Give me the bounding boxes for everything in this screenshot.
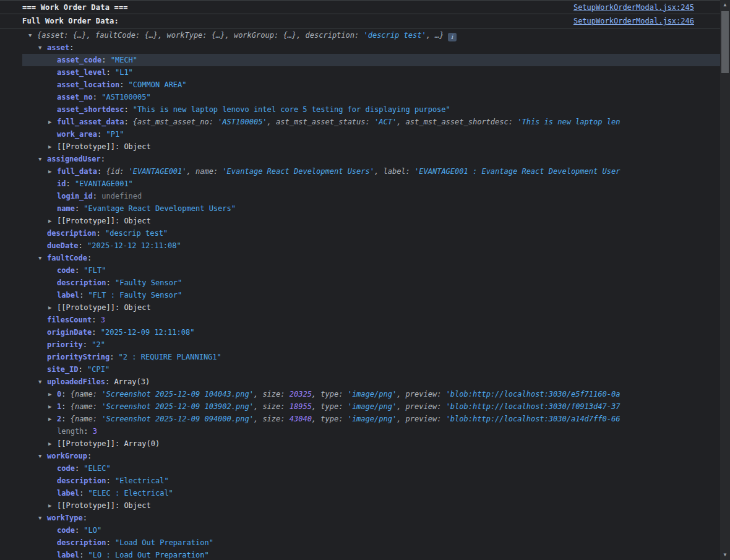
tree-row[interactable]: ▼assignedUser:	[22, 153, 720, 165]
property-key: code	[57, 464, 75, 473]
object-preview: ,	[187, 167, 195, 176]
collapse-arrow-icon[interactable]: ▼	[28, 29, 37, 41]
tree-row[interactable]: asset_no: "AST100005"	[22, 91, 720, 103]
tree-row[interactable]: description: "Electrical"	[22, 475, 720, 487]
prototype-label: [[Prototype]]	[57, 217, 115, 225]
tree-row[interactable]: code: "FLT"	[22, 264, 720, 277]
string-value: "This is new laptop lenovo intel core 5 …	[133, 105, 450, 114]
tree-row[interactable]: asset_location: "COMMON AREA"	[22, 79, 720, 91]
source-link[interactable]: SetupWorkOrderModal.jsx:245	[573, 1, 694, 14]
tree-row[interactable]: name: "Evantage React Development Users"	[22, 202, 720, 215]
prototype-label: [[Prototype]]	[57, 501, 115, 510]
info-icon[interactable]: i	[448, 33, 457, 41]
prototype-label: Object	[124, 142, 150, 151]
expand-arrow-icon[interactable]: ▶	[48, 400, 57, 413]
tree-row[interactable]: label: "LO : Load Out Preparation"	[22, 549, 720, 560]
source-link[interactable]: SetupWorkOrderModal.jsx:246	[573, 14, 694, 28]
tree-row[interactable]: description: "Load Out Preparation"	[22, 536, 720, 549]
string-value: "Electrical"	[115, 476, 169, 485]
expand-arrow-icon[interactable]: ▶	[48, 215, 57, 227]
object-preview-string: 'image/png'	[348, 415, 397, 423]
object-preview: ,	[267, 118, 276, 126]
property-key: asset	[47, 43, 69, 52]
property-key: label	[57, 291, 79, 299]
punctuation: :	[115, 303, 124, 312]
tree-row[interactable]: ▼{asset: {…}, faultCode: {…}, workType: …	[22, 29, 720, 41]
tree-row[interactable]: code: "LO"	[22, 524, 720, 536]
collapse-arrow-icon[interactable]: ▼	[38, 153, 47, 165]
tree-row[interactable]: priority: "2"	[22, 338, 720, 351]
string-value: "2025-12-09 12:11:08"	[101, 328, 195, 337]
property-key: workType	[47, 514, 83, 522]
object-preview: {	[133, 118, 137, 126]
tree-row[interactable]: description: "Faulty Sensor"	[22, 277, 720, 289]
tree-row[interactable]: ▶[[Prototype]]: Object	[22, 140, 720, 153]
expand-arrow-icon[interactable]: ▶	[48, 499, 57, 512]
string-value: "ELEC"	[84, 464, 110, 473]
punctuation: :	[92, 328, 100, 337]
punctuation: :	[110, 353, 118, 361]
punctuation: :	[75, 464, 84, 473]
tree-row[interactable]: originDate: "2025-12-09 12:11:08"	[22, 326, 720, 338]
tree-row[interactable]: length: 3	[22, 425, 720, 437]
tree-row[interactable]: asset_shortdesc: "This is new laptop len…	[22, 103, 720, 116]
object-preview: :	[406, 167, 414, 176]
tree-row[interactable]: work_area: "P1"	[22, 128, 720, 140]
scrollbar-thumb[interactable]	[721, 11, 729, 73]
object-preview: :	[338, 402, 347, 411]
collapse-arrow-icon[interactable]: ▼	[38, 41, 47, 54]
tree-row[interactable]: ▶0: {name: 'Screenshot 2025-12-09 104043…	[22, 388, 720, 400]
tree-row[interactable]: code: "ELEC"	[22, 462, 720, 475]
tree-row[interactable]: ▶[[Prototype]]: Object	[22, 499, 720, 512]
punctuation: :	[106, 476, 114, 485]
object-preview: :	[437, 390, 445, 398]
tree-row[interactable]: ▼workType:	[22, 512, 720, 524]
tree-row[interactable]: ▶[[Prototype]]: Object	[22, 215, 720, 227]
console-scrollbar[interactable]: ▲ ▼	[720, 0, 730, 560]
expand-arrow-icon[interactable]: ▶	[48, 301, 57, 314]
expand-arrow-icon[interactable]: ▶	[48, 413, 57, 425]
tree-row[interactable]: asset_level: "L1"	[22, 66, 720, 79]
tree-row[interactable]: ▶2: {name: 'Screenshot 2025-12-09 094000…	[22, 413, 720, 425]
tree-row[interactable]: site_ID: "CPI"	[22, 363, 720, 376]
punctuation: :	[61, 390, 70, 398]
tree-row[interactable]: dueDate: "2025-12-12 12:11:08"	[22, 239, 720, 252]
expand-arrow-icon[interactable]: ▶	[48, 437, 57, 450]
scrollbar-down-icon[interactable]: ▼	[720, 550, 730, 560]
tree-row[interactable]: ▼faultCode:	[22, 252, 720, 264]
collapse-arrow-icon[interactable]: ▼	[38, 376, 47, 388]
tree-row[interactable]: ▶full_data: {id: 'EVANTAGE001', name: 'E…	[22, 165, 720, 178]
scrollbar-up-icon[interactable]: ▲	[720, 0, 730, 10]
tree-row[interactable]: ▶[[Prototype]]: Object	[22, 301, 720, 314]
property-key: asset_location	[57, 80, 119, 89]
collapse-arrow-icon[interactable]: ▼	[38, 252, 47, 264]
tree-row[interactable]: id: "EVANTAGE001"	[22, 178, 720, 190]
tree-row[interactable]: ▼asset:	[22, 41, 720, 54]
tree-row[interactable]: filesCount: 3	[22, 314, 720, 326]
object-preview-string: 'blob:http://localhost:3030/e5f71160-0a	[446, 390, 620, 398]
tree-row[interactable]: ▶full_asset_data: {ast_mst_asset_no: 'AS…	[22, 116, 720, 128]
tree-row[interactable]: asset_code: "MECH"	[22, 54, 720, 66]
string-value: "Faulty Sensor"	[115, 278, 182, 287]
tree-row[interactable]: ▼uploadedFiles: Array(3)	[22, 376, 720, 388]
object-preview: :	[209, 118, 218, 126]
object-preview-string: 'blob:http://localhost:3030/f0913d47-37	[446, 402, 620, 411]
collapse-arrow-icon[interactable]: ▼	[38, 512, 47, 524]
tree-row[interactable]: ▼workGroup:	[22, 450, 720, 462]
collapse-arrow-icon[interactable]: ▼	[38, 450, 47, 462]
expand-arrow-icon[interactable]: ▶	[48, 165, 57, 178]
property-key: faultCode	[47, 254, 87, 262]
tree-row[interactable]: description: "descrip test"	[22, 227, 720, 239]
tree-row[interactable]: login_id: undefined	[22, 190, 720, 202]
expand-arrow-icon[interactable]: ▶	[48, 140, 57, 153]
console-message-text: Full Work Order Data:	[22, 14, 119, 28]
object-preview: ,	[397, 118, 405, 126]
tree-row[interactable]: ▶1: {name: 'Screenshot 2025-12-09 103902…	[22, 400, 720, 413]
tree-row[interactable]: priorityString: "2 : REQUIRE PLANNING1"	[22, 351, 720, 363]
tree-row[interactable]: ▶[[Prototype]]: Array(0)	[22, 437, 720, 450]
object-preview: :	[280, 390, 289, 398]
tree-row[interactable]: label: "ELEC : Electrical"	[22, 487, 720, 499]
expand-arrow-icon[interactable]: ▶	[48, 388, 57, 400]
expand-arrow-icon[interactable]: ▶	[48, 116, 57, 128]
tree-row[interactable]: label: "FLT : Faulty Sensor"	[22, 289, 720, 301]
